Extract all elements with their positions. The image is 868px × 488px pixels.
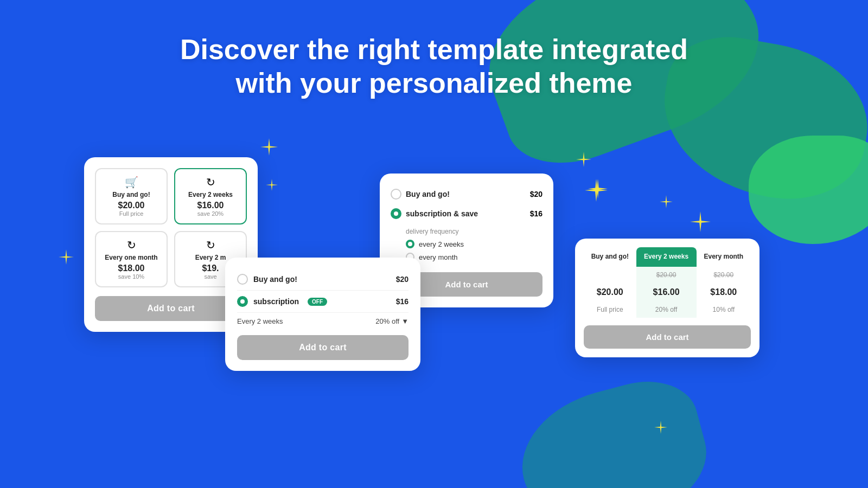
refresh-icon-2: ↻: [103, 239, 160, 252]
frequency-value: 20% off: [375, 317, 399, 325]
radio-buy-go-label: Buy and go!: [253, 275, 297, 284]
c3-row-buy-go-left: Buy and go!: [391, 189, 450, 200]
card1-add-to-cart-button[interactable]: Add to cart: [95, 296, 247, 321]
toggle-badge[interactable]: OFF: [308, 298, 327, 306]
c3-buy-go-price: $20: [530, 190, 542, 198]
cards-area: 🛒 Buy and go! $20.00 Full price ↻ Every …: [0, 157, 868, 472]
col1-empty: [584, 267, 636, 283]
opt2-sub: save 20%: [182, 210, 239, 217]
col1-discount-label: Full price: [584, 301, 636, 318]
dropdown-arrow-icon: ▼: [401, 317, 409, 325]
radio-buy-go-price: $20: [396, 275, 409, 284]
row-subscription: subscription OFF $16: [237, 291, 409, 313]
c3-radio-buy-go[interactable]: [391, 189, 401, 200]
opt1-label: Buy and go!: [103, 191, 160, 198]
card-table-comparison: Buy and go! Every 2 weeks Every month $2…: [575, 239, 760, 357]
option-every-2-weeks[interactable]: ↻ Every 2 weeks $16.00 save 20%: [174, 168, 247, 224]
radio-subscription[interactable]: [237, 296, 248, 307]
col3-strike: $20.00: [697, 267, 751, 283]
delivery-opt1-label: every 2 weeks: [419, 240, 464, 248]
opt2-price: $16.00: [182, 201, 239, 210]
card2-add-to-cart-button[interactable]: Add to cart: [237, 335, 409, 360]
table-row-price: $20.00 $16.00 $18.00: [584, 283, 751, 301]
title-line1: Discover the right template integrated: [180, 34, 688, 65]
delivery-radio-1[interactable]: [406, 240, 414, 248]
c3-buy-go-label: Buy and go!: [406, 190, 450, 198]
col2-main-price: $16.00: [636, 283, 697, 301]
frequency-label: Every 2 weeks: [237, 317, 283, 325]
option-every-month[interactable]: ↻ Every one month $18.00 save 10%: [95, 231, 168, 287]
title-line2: with your personalized theme: [235, 67, 632, 99]
row-buy-go-left: Buy and go!: [237, 274, 297, 285]
comparison-table: Buy and go! Every 2 weeks Every month $2…: [584, 247, 751, 318]
row-subscription-left: subscription OFF: [237, 296, 327, 307]
table-row-label: Full price 20% off 10% off: [584, 301, 751, 318]
opt3-label: Every one month: [103, 254, 160, 261]
option-buy-go[interactable]: 🛒 Buy and go! $20.00 Full price: [95, 168, 168, 224]
table-row-strike: $20.00 $20.00: [584, 267, 751, 283]
col3-header: Every month: [697, 247, 751, 267]
c3-radio-subscription[interactable]: [391, 208, 401, 219]
cart-icon: 🛒: [103, 176, 160, 189]
delivery-option-1[interactable]: every 2 weeks: [406, 239, 542, 249]
c3-row-subscription-left: subscription & save: [391, 208, 478, 219]
card-toggle-popup: Buy and go! $20 subscription OFF $16 Eve…: [225, 258, 420, 371]
opt2-label: Every 2 weeks: [182, 191, 239, 198]
card4-add-to-cart-button[interactable]: Add to cart: [584, 325, 751, 349]
opt3-price: $18.00: [103, 264, 160, 273]
delivery-opt2-label: every month: [419, 253, 458, 261]
delivery-option-2[interactable]: every month: [406, 252, 542, 262]
page-title: Discover the right template integrated w…: [136, 33, 732, 100]
col1-header: Buy and go!: [584, 247, 636, 267]
header-section: Discover the right template integrated w…: [0, 33, 868, 100]
delivery-title: delivery frequency: [406, 228, 542, 235]
c3-subscription-label: subscription & save: [406, 209, 478, 218]
refresh-icon: ↻: [182, 176, 239, 189]
col3-discount-label: 10% off: [697, 301, 751, 318]
sparkle-1: [260, 138, 278, 156]
frequency-select[interactable]: 20% off ▼: [375, 317, 409, 325]
opt1-price: $20.00: [103, 201, 160, 210]
opt3-sub: save 10%: [103, 273, 160, 280]
col1-main-price: $20.00: [584, 283, 636, 301]
opt1-sub: Full price: [103, 210, 160, 217]
col3-main-price: $18.00: [697, 283, 751, 301]
c3-row-buy-go: Buy and go! $20: [391, 184, 542, 204]
row-buy-go: Buy and go! $20: [237, 268, 409, 291]
c3-subscription-price: $16: [530, 209, 542, 218]
c3-row-subscription: subscription & save $16: [391, 204, 542, 223]
frequency-row: Every 2 weeks 20% off ▼: [237, 313, 409, 328]
col2-header: Every 2 weeks: [636, 247, 697, 267]
col2-strike: $20.00: [636, 267, 697, 283]
options-grid: 🛒 Buy and go! $20.00 Full price ↻ Every …: [95, 168, 247, 287]
radio-buy-go[interactable]: [237, 274, 248, 285]
col2-discount-label: 20% off: [636, 301, 697, 318]
radio-subscription-label: subscription: [253, 297, 299, 306]
refresh-icon-3: ↻: [182, 239, 239, 252]
radio-subscription-price: $16: [396, 297, 409, 306]
